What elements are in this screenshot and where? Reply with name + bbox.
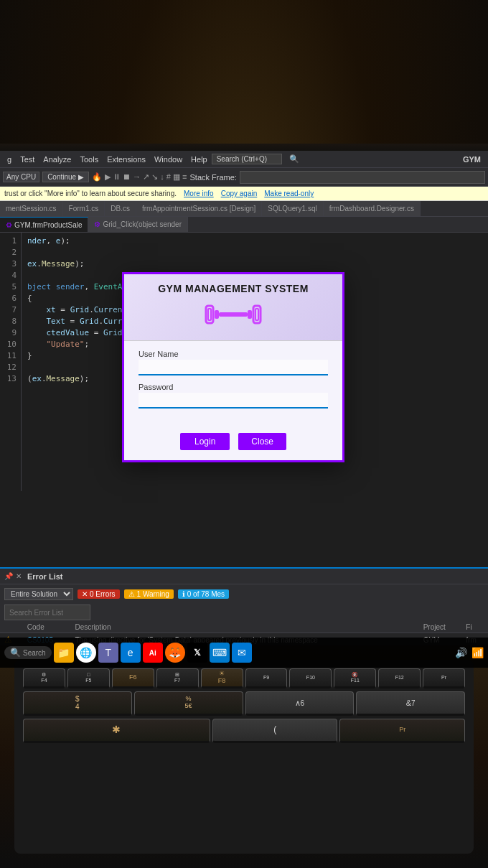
network-icon[interactable]: 📶: [471, 647, 484, 658]
key-7[interactable]: &7: [356, 691, 465, 716]
taskbar-icon-teams[interactable]: T: [98, 643, 118, 663]
svg-rect-4: [248, 310, 252, 319]
continue-button[interactable]: Continue ▶: [42, 172, 89, 182]
key-paren-open[interactable]: (: [212, 719, 338, 743]
tab-sql[interactable]: SQLQuery1.sql: [262, 201, 323, 216]
key-f6[interactable]: F6: [112, 668, 154, 689]
search-icon: 🔍: [285, 153, 304, 165]
taskbar-icon-explorer[interactable]: 📁: [54, 643, 74, 663]
key-f9[interactable]: F9: [245, 668, 288, 689]
error-table-header: Code Description Project Fi: [0, 622, 488, 633]
menu-item-window[interactable]: Window: [150, 154, 187, 165]
toolbar: Any CPU Continue ▶ 🔥 ▶ ⏸ ⏹ → ↗ ↘ ↓ # ▦ ≡…: [0, 168, 488, 187]
key-6[interactable]: ∧6: [245, 691, 355, 716]
message-count-label: 0 of 78 Mes: [187, 590, 225, 598]
search-bar[interactable]: 🔍 Search: [4, 646, 52, 659]
password-label: Password: [139, 383, 328, 391]
symbol-row: ✱ ( Pr: [23, 719, 465, 743]
login-dialog: GYM MANAGEMENT SYSTEM: [122, 272, 344, 462]
col-code: Code: [23, 622, 71, 633]
taskbar-icon-chrome[interactable]: 🌐: [76, 643, 96, 663]
menu-item-tools[interactable]: Tools: [75, 154, 103, 165]
tab-product-sale[interactable]: ⚙ GYM.frmProductSale: [0, 217, 88, 232]
key-f10[interactable]: F10: [289, 668, 332, 689]
tab-form1[interactable]: Form1.cs: [63, 201, 105, 216]
taskbar-icon-edge[interactable]: e: [121, 643, 141, 663]
tab-appointment-session[interactable]: mentSession.cs: [0, 201, 63, 216]
panel-pin-icon[interactable]: 📌: [4, 572, 13, 580]
login-button[interactable]: Login: [180, 433, 230, 450]
dialog-title: GYM MANAGEMENT SYSTEM: [136, 283, 331, 294]
message-count-badge[interactable]: ℹ 0 of 78 Mes: [178, 589, 229, 599]
number-row: $4 %5€ ∧6 &7: [23, 691, 465, 716]
svg-rect-2: [215, 310, 219, 319]
panel-close-icon[interactable]: ✕: [16, 572, 22, 580]
username-group: User Name: [139, 350, 328, 375]
key-asterisk[interactable]: ✱: [23, 719, 210, 743]
info-message: trust or click "More info" to learn abou…: [4, 190, 177, 197]
key-f4[interactable]: ⚙F4: [23, 668, 65, 689]
dialog-footer: Login Close: [124, 427, 342, 460]
taskbar-icon-vscode[interactable]: ⌨: [210, 643, 230, 663]
copy-again-link[interactable]: Copy again: [221, 190, 258, 197]
screen-area: g Test Analyze Tools Extensions Window H…: [0, 151, 488, 675]
make-readonly-link[interactable]: Make read-only: [264, 190, 314, 197]
toolbar-fire-icon: 🔥: [92, 172, 102, 182]
menu-item-analyze[interactable]: Analyze: [39, 154, 75, 165]
col-description: Description: [70, 622, 418, 633]
key-f11[interactable]: 🔇F11: [334, 668, 376, 689]
key-f12[interactable]: F12: [378, 668, 421, 689]
cpu-selector[interactable]: Any CPU: [3, 172, 39, 182]
menu-item-g[interactable]: g: [3, 154, 16, 165]
close-button[interactable]: Close: [238, 433, 286, 450]
tab-appointment-design[interactable]: frmAppointmentSession.cs [Design]: [136, 201, 262, 216]
message-info-icon: ℹ: [182, 590, 185, 598]
key-prt[interactable]: Pr: [423, 668, 465, 689]
windows-taskbar: 🔍 Search 📁 🌐 T e Ai 🦊 𝕏 ⌨ ✉ 🔊 📶: [0, 638, 488, 668]
tab-dashboard[interactable]: frmDashboard.Designer.cs: [324, 201, 421, 216]
password-group: Password: [139, 383, 328, 409]
stack-frame-input[interactable]: [240, 171, 485, 184]
tab-grid-click[interactable]: ⚙ Grid_Click(object sender: [88, 217, 188, 232]
key-f8[interactable]: ☀F8: [201, 668, 243, 689]
col-project: Project: [419, 622, 462, 633]
warning-count-badge[interactable]: ⚠ 1 Warning: [124, 589, 174, 599]
taskbar-icon-x[interactable]: 𝕏: [187, 643, 207, 663]
dumbbell-icon: [136, 300, 331, 329]
menu-item-extensions[interactable]: Extensions: [103, 154, 150, 165]
key-f5[interactable]: □F5: [67, 668, 110, 689]
error-list-controls: Entire Solution ✕ 0 Errors ⚠ 1 Warning ℹ…: [0, 584, 488, 603]
username-input[interactable]: [139, 360, 328, 375]
keyboard-area: ⚙F4 □F5 F6 ⊞F7 ☀F8 F9 F10 🔇F11 F12 Pr $4…: [0, 645, 488, 868]
error-count-label: 0 Errors: [90, 590, 116, 598]
key-f7[interactable]: ⊞F7: [156, 668, 199, 689]
error-filter-select[interactable]: Entire Solution: [4, 588, 73, 600]
key-5[interactable]: %5€: [134, 691, 243, 716]
sound-icon[interactable]: 🔊: [455, 647, 467, 658]
menu-item-help[interactable]: Help: [187, 154, 212, 165]
windows-search-icon: 🔍: [10, 648, 21, 658]
key-prt2[interactable]: Pr: [339, 719, 465, 743]
search-box[interactable]: Search (Ctrl+Q): [212, 154, 282, 164]
taskbar-icon-outlook[interactable]: ✉: [232, 643, 252, 663]
panel-title: Error List: [27, 572, 63, 581]
password-input[interactable]: [139, 393, 328, 409]
menu-item-test[interactable]: Test: [16, 154, 39, 165]
tab-bar-1: mentSession.cs Form1.cs DB.cs frmAppoint…: [0, 201, 488, 217]
tab-db[interactable]: DB.cs: [105, 201, 136, 216]
more-info-link[interactable]: More info: [184, 190, 214, 197]
search-error-input[interactable]: [4, 605, 90, 620]
tab-bar-2: ⚙ GYM.frmProductSale ⚙ Grid_Click(object…: [0, 217, 488, 233]
taskbar-icon-adobe[interactable]: Ai: [143, 643, 163, 663]
taskbar-icon-firefox[interactable]: 🦊: [165, 643, 185, 663]
warning-triangle-icon: ⚠: [128, 590, 135, 598]
menu-bar: g Test Analyze Tools Extensions Window H…: [0, 151, 488, 168]
error-count-badge[interactable]: ✕ 0 Errors: [78, 589, 120, 599]
key-4[interactable]: $4: [23, 691, 132, 716]
svg-rect-3: [219, 312, 248, 317]
code-area: 1 2 3 4 5 6 7 8 9 10 11 12 13 nder, e); …: [0, 233, 488, 491]
col-type: [0, 622, 23, 633]
error-x-icon: ✕: [82, 590, 88, 598]
svg-rect-6: [255, 309, 258, 320]
col-file: Fi: [461, 622, 488, 633]
